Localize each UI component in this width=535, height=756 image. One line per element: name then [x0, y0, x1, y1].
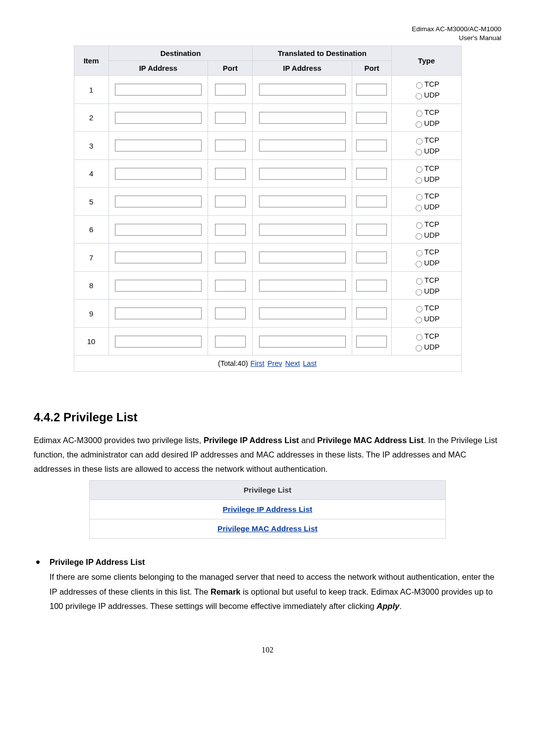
type-udp-radio[interactable]: [416, 345, 422, 352]
nat-table: Item Destination Translated to Destinati…: [74, 46, 462, 372]
dest-port-input[interactable]: [215, 307, 246, 319]
type-tcp-option[interactable]: TCP: [394, 247, 459, 257]
dest-port-input[interactable]: [215, 112, 246, 124]
type-tcp-option[interactable]: TCP: [394, 275, 459, 286]
trans-ip-input[interactable]: [259, 307, 346, 319]
dest-port-input[interactable]: [215, 252, 246, 263]
table-row: 1TCPUDP: [74, 76, 461, 104]
trans-ip-input[interactable]: [259, 140, 346, 151]
type-udp-radio[interactable]: [416, 205, 422, 211]
type-tcp-radio[interactable]: [416, 138, 423, 145]
type-udp-option[interactable]: UDP: [394, 342, 459, 353]
type-tcp-radio[interactable]: [416, 110, 423, 117]
trans-ip-input[interactable]: [259, 336, 346, 348]
type-udp-radio[interactable]: [416, 121, 422, 128]
dest-ip-input[interactable]: [115, 224, 202, 236]
type-udp-option[interactable]: UDP: [394, 257, 459, 268]
bullet-body-bolditalic: Apply: [376, 602, 399, 610]
dest-ip-input[interactable]: [115, 84, 202, 96]
dest-port-input[interactable]: [215, 224, 246, 236]
trans-port-input[interactable]: [356, 307, 387, 319]
type-tcp-option[interactable]: TCP: [394, 107, 459, 118]
type-tcp-radio[interactable]: [416, 82, 423, 89]
pager-first-link[interactable]: First: [251, 359, 265, 367]
item-cell: 4: [74, 159, 108, 188]
trans-ip-input[interactable]: [259, 84, 346, 96]
type-udp-radio[interactable]: [416, 317, 422, 323]
pager-last-link[interactable]: Last: [303, 359, 317, 367]
type-tcp-radio[interactable]: [416, 194, 423, 201]
trans-ip-input[interactable]: [259, 224, 346, 236]
type-tcp-option[interactable]: TCP: [394, 302, 459, 313]
type-udp-option[interactable]: UDP: [394, 230, 459, 241]
trans-ip-input[interactable]: [259, 168, 346, 180]
type-udp-option[interactable]: UDP: [394, 90, 459, 101]
type-udp-radio[interactable]: [416, 261, 422, 267]
type-udp-option[interactable]: UDP: [394, 313, 459, 324]
trans-ip-input[interactable]: [259, 196, 346, 207]
dest-port-input[interactable]: [215, 280, 246, 292]
dest-port-input[interactable]: [215, 140, 246, 151]
trans-port-input[interactable]: [356, 280, 387, 292]
type-tcp-option[interactable]: TCP: [394, 191, 459, 202]
type-udp-option[interactable]: UDP: [394, 286, 459, 297]
pager-next-link[interactable]: Next: [285, 359, 300, 367]
privilege-mac-link[interactable]: Privilege MAC Address List: [217, 524, 318, 533]
type-udp-option[interactable]: UDP: [394, 146, 459, 156]
type-tcp-label: TCP: [425, 332, 439, 340]
type-udp-radio[interactable]: [416, 177, 422, 184]
dest-ip-input[interactable]: [115, 168, 202, 180]
trans-port-input[interactable]: [356, 252, 387, 263]
type-udp-radio[interactable]: [416, 289, 422, 296]
type-udp-radio[interactable]: [416, 93, 422, 100]
type-tcp-option[interactable]: TCP: [394, 331, 459, 342]
dest-ip-input[interactable]: [115, 280, 202, 292]
trans-port-input[interactable]: [356, 112, 387, 124]
type-tcp-option[interactable]: TCP: [394, 79, 459, 90]
trans-port-input[interactable]: [356, 336, 387, 348]
item-cell: 2: [74, 103, 108, 132]
trans-port-input[interactable]: [356, 140, 387, 151]
type-tcp-radio[interactable]: [416, 278, 423, 285]
trans-port-input[interactable]: [356, 168, 387, 180]
col-destination: Destination: [108, 46, 253, 61]
pager-prev-link[interactable]: Prev: [268, 359, 282, 367]
trans-port-input[interactable]: [356, 196, 387, 207]
dest-port-input[interactable]: [215, 196, 246, 207]
type-udp-radio[interactable]: [416, 233, 422, 240]
type-udp-option[interactable]: UDP: [394, 118, 459, 129]
trans-ip-input[interactable]: [259, 280, 346, 292]
type-udp-label: UDP: [424, 343, 440, 351]
item-cell: 10: [74, 327, 108, 355]
dest-port-input[interactable]: [215, 168, 246, 180]
type-tcp-radio[interactable]: [416, 166, 423, 173]
type-tcp-option[interactable]: TCP: [394, 135, 459, 146]
dest-ip-input[interactable]: [115, 112, 202, 124]
trans-port-input[interactable]: [356, 224, 387, 236]
type-tcp-radio[interactable]: [416, 250, 423, 256]
dest-ip-input[interactable]: [115, 307, 202, 319]
dest-port-input[interactable]: [215, 84, 246, 96]
type-tcp-radio[interactable]: [416, 334, 423, 341]
type-tcp-radio[interactable]: [416, 222, 423, 229]
trans-ip-input[interactable]: [259, 112, 346, 124]
page-number: 102: [34, 646, 501, 655]
type-udp-option[interactable]: UDP: [394, 174, 459, 185]
dest-port-input[interactable]: [215, 336, 246, 348]
trans-ip-input[interactable]: [259, 252, 346, 263]
type-tcp-option[interactable]: TCP: [394, 219, 459, 230]
type-udp-option[interactable]: UDP: [394, 202, 459, 212]
dest-ip-input[interactable]: [115, 336, 202, 348]
type-udp-radio[interactable]: [416, 149, 422, 155]
privilege-ip-link[interactable]: Privilege IP Address List: [223, 505, 313, 513]
dest-ip-input[interactable]: [115, 196, 202, 207]
item-cell: 7: [74, 244, 108, 272]
dest-ip-input[interactable]: [115, 140, 202, 151]
trans-port-input[interactable]: [356, 84, 387, 96]
dest-ip-input[interactable]: [115, 252, 202, 263]
table-row: 2TCPUDP: [74, 103, 461, 132]
type-tcp-option[interactable]: TCP: [394, 163, 459, 174]
type-udp-label: UDP: [424, 287, 440, 295]
table-row: 4TCPUDP: [74, 159, 461, 188]
type-tcp-radio[interactable]: [416, 306, 423, 312]
